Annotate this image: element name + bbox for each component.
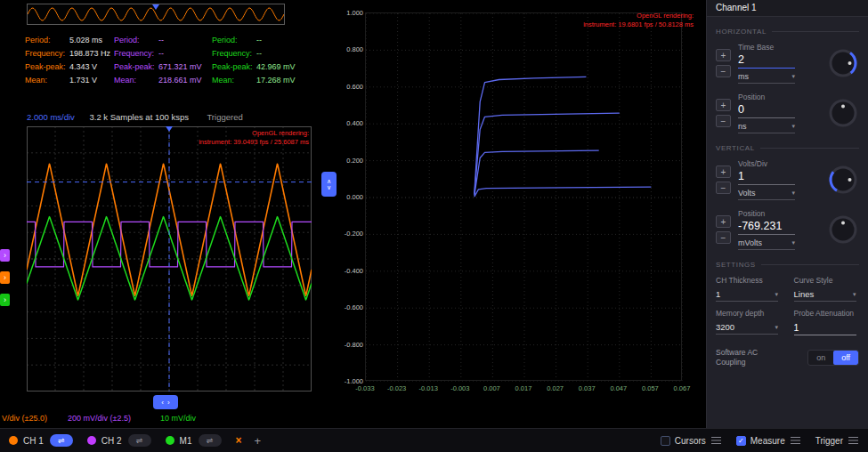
panel-title: Channel 1: [707, 0, 868, 17]
timebase-increment-button[interactable]: +: [716, 49, 731, 61]
voltsdiv-value[interactable]: 1: [738, 170, 795, 185]
ch2-color-dot: [87, 436, 96, 445]
measurement-label: Peak-peak:: [114, 62, 158, 71]
settings-row: CH Thickness 1 ▾ Curve Style Lines ▾: [716, 276, 859, 302]
measure-checkbox[interactable]: ✓: [736, 436, 746, 446]
measure-menu-icon[interactable]: [791, 436, 801, 446]
ac-coupling-on-option[interactable]: on: [808, 351, 833, 365]
remove-channel-button[interactable]: ×: [236, 434, 242, 447]
v-position-decrement-button[interactable]: −: [716, 231, 731, 244]
section-settings: SETTINGS: [716, 261, 859, 269]
ac-coupling-toggle: on off: [807, 350, 859, 366]
bottom-bar: CH 1 ⇌ CH 2 ⇌ M1 ⇌ × + Cursors ✓ Measure…: [0, 428, 868, 452]
measurement-value: 198.873 Hz: [69, 49, 110, 58]
voltsdiv-unit-select[interactable]: Volts ▾: [738, 189, 795, 200]
v-position-unit-select[interactable]: mVolts ▾: [738, 238, 795, 250]
timebase-decrement-button[interactable]: −: [716, 65, 731, 77]
xy-x-tick-label: 0.047: [604, 384, 633, 392]
xy-y-tick-label: -0.400: [340, 267, 363, 275]
m1-settings-button[interactable]: ⇌: [199, 434, 222, 447]
measurement-label: Period:: [212, 36, 256, 44]
cursors-checkbox[interactable]: [661, 436, 670, 446]
trigger-position-marker[interactable]: [166, 126, 173, 132]
scope-plot[interactable]: OpenGL rendering: instrument: 39.0493 fp…: [27, 126, 312, 391]
ch2-tab[interactable]: CH 2: [101, 436, 122, 446]
v-position-knob[interactable]: [827, 214, 859, 246]
ch2-level-marker[interactable]: ›: [0, 249, 10, 262]
curve-style-field: Curve Style Lines ▾: [794, 276, 860, 302]
xy-y-tick-label: -0.200: [340, 230, 363, 238]
sliders-icon: ⇌: [207, 436, 214, 445]
xy-x-tick-label: -0.013: [414, 384, 442, 392]
chevron-left-icon: ‹: [161, 399, 164, 407]
horizontal-pan-handle[interactable]: ‹ ›: [153, 395, 178, 409]
h-position-value[interactable]: 0: [738, 103, 795, 118]
v-position-control: + − Position -769.231 mVolts ▾: [716, 209, 859, 250]
chevron-down-icon: ▾: [791, 239, 795, 246]
vertical-pan-handle[interactable]: ∧ ∨: [321, 172, 337, 197]
trigger-position-marker[interactable]: [152, 4, 159, 10]
memory-depth-select[interactable]: 3200 ▾: [716, 322, 778, 335]
xy-y-tick-label: -0.800: [340, 341, 363, 349]
measurement-value: 218.661 mV: [158, 76, 202, 85]
trigger-menu-icon[interactable]: [848, 436, 859, 446]
v-position-value[interactable]: -769.231: [738, 220, 795, 235]
chevron-down-icon: ▾: [775, 291, 778, 298]
memory-depth-label: Memory depth: [716, 309, 782, 318]
timebase-value[interactable]: 2: [738, 53, 795, 69]
measurement-row: Frequency: 198.873 Hz: [25, 49, 112, 58]
xy-curves: [366, 13, 683, 382]
trigger-label[interactable]: Trigger: [815, 436, 843, 446]
cursors-label[interactable]: Cursors: [675, 436, 706, 446]
measurement-label: Frequency:: [25, 49, 69, 58]
math-level-marker[interactable]: ›: [0, 294, 10, 306]
h-position-increment-button[interactable]: +: [716, 99, 731, 111]
ch1-settings-button[interactable]: ⇌: [50, 434, 73, 447]
curve-style-select[interactable]: Lines ▾: [794, 289, 856, 302]
ch1-tab[interactable]: CH 1: [23, 436, 44, 446]
h-position-unit-select[interactable]: ns ▾: [738, 122, 795, 133]
measurement-value: 4.343 V: [69, 62, 97, 71]
xy-y-tick-label: -0.600: [340, 303, 363, 311]
xy-x-tick-label: -0.023: [383, 384, 411, 392]
cursors-menu-icon[interactable]: [711, 436, 722, 446]
xy-x-tick-label: 0.017: [509, 384, 538, 392]
measurement-row: Period: 5.028 ms: [25, 36, 112, 44]
chevron-down-icon: ▾: [775, 324, 778, 331]
chevron-down-icon: ▾: [791, 73, 795, 80]
timebase-readout: 2.000 ms/div: [27, 112, 75, 122]
voltsdiv-decrement-button[interactable]: −: [716, 182, 731, 194]
ch1-level-marker[interactable]: ›: [0, 271, 10, 284]
measure-label[interactable]: Measure: [750, 436, 785, 446]
timebase-knob[interactable]: [827, 47, 859, 79]
h-position-knob[interactable]: [827, 97, 859, 129]
v-position-unit-value: mVolts: [738, 238, 762, 247]
timebase-unit-select[interactable]: ms ▾: [738, 72, 795, 84]
measurement-value: --: [256, 49, 262, 58]
acquisition-preview[interactable]: [27, 4, 285, 25]
ac-coupling-off-option[interactable]: off: [833, 351, 858, 365]
ac-coupling-label: Software AC Coupling: [716, 348, 780, 368]
measurement-value: 42.969 mV: [256, 62, 296, 71]
ch-thickness-select[interactable]: 1 ▾: [716, 289, 778, 302]
measurement-label: Frequency:: [114, 49, 158, 58]
ch2-settings-button[interactable]: ⇌: [128, 434, 151, 447]
m1-tab[interactable]: M1: [180, 436, 192, 446]
voltsdiv-increment-button[interactable]: +: [716, 165, 731, 178]
h-position-fields: Position 0 ns ▾: [738, 93, 795, 133]
measurement-value: 1.731 V: [69, 76, 97, 85]
memory-depth-value: 3200: [716, 322, 734, 332]
add-channel-button[interactable]: +: [255, 434, 262, 448]
curve-style-label: Curve Style: [794, 276, 860, 285]
v-position-increment-button[interactable]: +: [716, 215, 731, 228]
measurement-row: Frequency: --: [212, 49, 315, 58]
measurement-label: Mean:: [212, 76, 256, 85]
ch2-measurements: Period: -- Frequency: -- Peak-peak: 671.…: [114, 36, 212, 89]
timebase-fields: Time Base 2 ms ▾: [738, 43, 795, 84]
voltsdiv-knob[interactable]: [827, 164, 859, 196]
h-position-decrement-button[interactable]: −: [716, 115, 731, 127]
ac-coupling-row: Software AC Coupling on off: [716, 348, 859, 368]
xy-plot[interactable]: [365, 12, 682, 381]
oscilloscope-app: Period: 5.028 ms Frequency: 198.873 Hz P…: [0, 0, 868, 452]
probe-attenuation-input[interactable]: 1: [794, 322, 856, 335]
